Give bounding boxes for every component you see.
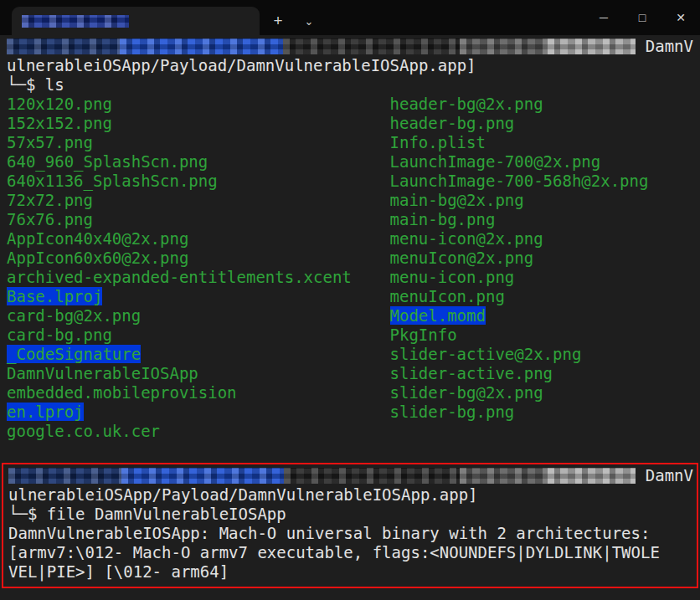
file-entry: 120x120.png	[7, 95, 112, 113]
file-entry: main-bg.png	[390, 210, 496, 228]
command-line-ls: └─$ls	[7, 75, 693, 95]
file-output-line: DamnVulnerableIOSApp: Mach-O universal b…	[7, 524, 693, 543]
right-cell: LaunchImage-700-568h@2x.png	[390, 172, 649, 190]
directory-entry: Model.momd	[390, 306, 486, 325]
file-entry: card-bg.png	[7, 326, 112, 344]
ls-row: 72x72.pngmain-bg@2x.png	[7, 191, 693, 210]
right-cell: slider-active@2x.png	[390, 345, 582, 363]
left-cell: card-bg.png	[7, 326, 390, 345]
left-cell: 57x57.png	[7, 133, 390, 152]
left-cell: _CodeSignature	[7, 345, 390, 364]
minimize-button[interactable]: ─	[584, 0, 623, 35]
file-entry: slider-active@2x.png	[390, 345, 582, 363]
right-cell: slider-bg@2x.png	[390, 383, 543, 402]
ls-row: 76x76.pngmain-bg.png	[7, 210, 693, 229]
prompt-tail-text: DamnV	[646, 466, 693, 485]
censored-pixels	[284, 468, 460, 484]
left-cell: AppIcon60x60@2x.png	[7, 249, 390, 268]
tab-dropdown-button[interactable]: ⌄	[296, 7, 322, 35]
left-cell: 152x152.png	[7, 114, 390, 133]
left-cell: card-bg@2x.png	[7, 306, 390, 326]
file-output-line: VEL|PIE>] [\012- arm64]	[7, 562, 693, 582]
file-entry: menu-icon.png	[390, 268, 515, 286]
file-entry: 72x72.png	[7, 191, 93, 209]
prompt-tail-text: DamnV	[646, 37, 693, 56]
right-cell: header-bg.png	[390, 114, 515, 132]
ls-row: en.lprojslider-bg.png	[7, 403, 693, 422]
file-entry: AppIcon40x40@2x.png	[7, 229, 188, 248]
command-line-file: └─$file DamnVulnerableIOSApp	[7, 505, 693, 524]
file-entry: LaunchImage-700-568h@2x.png	[390, 172, 649, 190]
left-cell: 640_960_SplashScn.png	[7, 152, 390, 172]
left-cell: 72x72.png	[7, 191, 390, 210]
terminal-tab[interactable]	[12, 7, 260, 35]
prompt-symbol: └─$	[8, 505, 37, 523]
censored-text-block	[8, 468, 636, 484]
ls-row: 120x120.pngheader-bg@2x.png	[7, 95, 693, 114]
censored-pixels	[8, 468, 121, 484]
file-output-line: [armv7:\012- Mach-O armv7 executable, fl…	[7, 543, 693, 562]
maximize-button[interactable]: □	[623, 0, 661, 35]
file-entry: AppIcon60x60@2x.png	[7, 249, 188, 267]
file-entry: 76x76.png	[7, 210, 93, 228]
prompt-path-line: ulnerableiOSApp/Payload/DamnVulnerableIO…	[7, 56, 693, 75]
file-entry: slider-active.png	[390, 364, 553, 382]
left-cell: en.lproj	[7, 403, 390, 422]
censored-pixels	[548, 468, 636, 484]
ls-row: card-bg.pngPkgInfo	[7, 326, 693, 345]
prompt-symbol: └─$	[7, 75, 35, 94]
censored-pixels	[460, 468, 548, 484]
file-entry: google.co.uk.cer	[7, 422, 160, 440]
left-cell: 640x1136_SplashScn.png	[7, 172, 390, 191]
censored-pixels	[121, 468, 285, 484]
ls-row: AppIcon40x40@2x.pngmenu-icon@2x.png	[7, 229, 693, 249]
ls-row: Base.lprojmenuIcon.png	[7, 287, 693, 306]
file-entry: menuIcon@2x.png	[390, 249, 534, 267]
ls-row: AppIcon60x60@2x.pngmenuIcon@2x.png	[7, 249, 693, 268]
file-entry: embedded.mobileprovision	[7, 383, 237, 402]
censored-pixels	[283, 38, 459, 54]
close-button[interactable]: ✕	[661, 0, 700, 35]
right-cell: PkgInfo	[390, 326, 457, 344]
file-entry: LaunchImage-700@2x.png	[390, 152, 601, 171]
prompt-line-censored: DamnV	[7, 466, 693, 485]
left-cell: AppIcon40x40@2x.png	[7, 229, 390, 249]
file-entry: slider-bg@2x.png	[390, 383, 543, 402]
file-entry: PkgInfo	[390, 326, 457, 344]
left-cell: DamnVulnerableIOSApp	[7, 364, 390, 383]
file-output: DamnVulnerableIOSApp: Mach-O universal b…	[7, 524, 693, 582]
file-entry: archived-expanded-entitlements.xcent	[7, 268, 352, 286]
file-entry: slider-bg.png	[390, 403, 515, 421]
file-entry: 57x57.png	[7, 133, 93, 151]
left-cell: Base.lproj	[7, 287, 390, 306]
right-cell: main-bg@2x.png	[390, 191, 524, 209]
prompt-line-censored: DamnV	[7, 37, 693, 56]
right-cell: main-bg.png	[390, 210, 496, 228]
ls-row: embedded.mobileprovisionslider-bg@2x.png	[7, 383, 693, 403]
right-cell: Model.momd	[390, 306, 486, 325]
file-entry: Info.plist	[390, 133, 486, 151]
file-entry: DamnVulnerableIOSApp	[7, 364, 198, 382]
ls-command-text: ls	[45, 75, 64, 94]
right-cell: menu-icon.png	[390, 268, 515, 286]
tab-title-censored	[22, 15, 129, 28]
censored-pixels	[548, 38, 636, 54]
right-cell: header-bg@2x.png	[390, 95, 543, 113]
terminal-content[interactable]: DamnV ulnerableiOSApp/Payload/DamnVulner…	[0, 35, 700, 588]
directory-entry: _CodeSignature	[7, 345, 141, 363]
new-tab-button[interactable]: +	[263, 7, 293, 35]
file-entry: header-bg.png	[390, 114, 515, 132]
file-entry: card-bg@2x.png	[7, 306, 141, 325]
ls-row: _CodeSignatureslider-active@2x.png	[7, 345, 693, 364]
file-entry: 152x152.png	[7, 114, 112, 132]
left-cell: 120x120.png	[7, 95, 390, 114]
left-cell: 76x76.png	[7, 210, 390, 229]
ls-row: google.co.uk.cer	[7, 422, 693, 441]
ls-row: DamnVulnerableIOSAppslider-active.png	[7, 364, 693, 383]
directory-entry: en.lproj	[7, 403, 84, 421]
censored-pixels	[7, 38, 120, 54]
prompt-path-line: ulnerableiOSApp/Payload/DamnVulnerableIO…	[7, 485, 693, 505]
right-cell: LaunchImage-700@2x.png	[390, 152, 601, 171]
file-command-text: file DamnVulnerableIOSApp	[47, 505, 286, 523]
left-cell: google.co.uk.cer	[7, 422, 390, 441]
